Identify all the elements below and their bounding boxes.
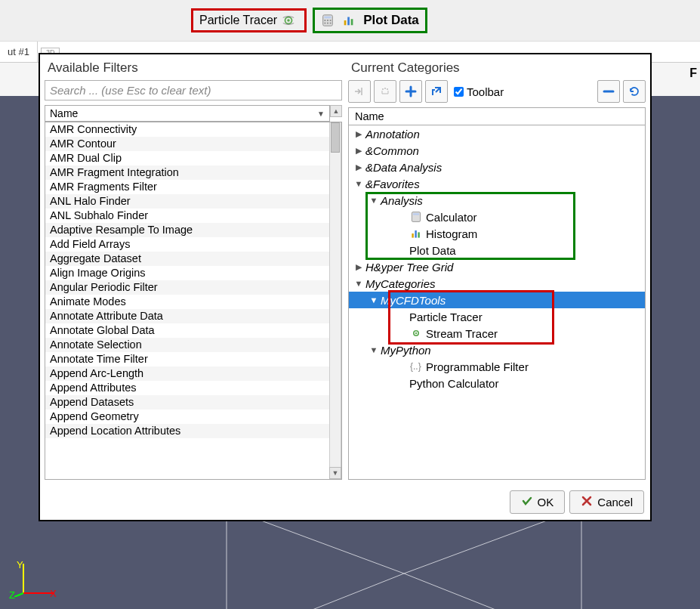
svg-point-21	[382, 88, 384, 90]
calculator-icon	[321, 14, 335, 27]
svg-rect-10	[344, 20, 347, 25]
histogram-icon	[409, 227, 423, 240]
filter-row[interactable]: AMR Fragment Integration	[45, 165, 329, 180]
tree-item-python-calculator[interactable]: Python Calculator	[349, 375, 645, 391]
move-right-button[interactable]	[348, 80, 371, 103]
cancel-x-icon	[581, 495, 593, 509]
collapse-arrow-icon[interactable]: ▼	[353, 179, 364, 188]
filter-row[interactable]: Annotate Global Data	[45, 323, 329, 338]
tree-item-my-categories[interactable]: ▼MyCategories	[349, 275, 645, 292]
export-button[interactable]	[425, 80, 448, 103]
scrollbar[interactable]: ▼	[329, 122, 341, 479]
tree-item-calculator[interactable]: Calculator	[349, 209, 645, 225]
remove-button[interactable]	[597, 80, 620, 103]
tree-item-stream-tracer[interactable]: Stream Tracer	[349, 325, 645, 342]
axis-y-label: Y	[17, 559, 23, 570]
filter-row[interactable]: AMR Connectivity	[45, 122, 329, 137]
svg-rect-9	[330, 23, 331, 24]
axis-x-label: X	[50, 588, 57, 599]
filter-row[interactable]: Adaptive Resample To Image	[45, 223, 329, 237]
application-toolbar: Particle Tracer Plot Data	[0, 0, 700, 42]
filter-row[interactable]: ANL Halo Finder	[45, 194, 329, 209]
tree-item-favorites[interactable]: ▼&Favorites	[349, 175, 645, 192]
svg-point-30	[415, 332, 417, 334]
toolbar-group-plot-data[interactable]: Plot Data	[313, 8, 427, 33]
refresh-button[interactable]	[623, 80, 646, 103]
svg-point-22	[384, 88, 386, 89]
available-filters-panel: Available Filters Name ▼ ▲ AMR Connectiv…	[45, 59, 342, 480]
layout-tab[interactable]: ut #1	[0, 42, 38, 62]
search-input[interactable]	[45, 80, 342, 100]
tree-item-my-cfd-tools[interactable]: ▼MyCFDTools	[349, 292, 645, 308]
tree-item-annotation[interactable]: ▶Annotation	[349, 125, 645, 142]
scroll-thumb[interactable]	[331, 122, 340, 153]
cancel-button[interactable]: Cancel	[569, 490, 644, 514]
toolbar-group-particle-tracer[interactable]: Particle Tracer	[191, 8, 307, 32]
svg-rect-13	[227, 508, 581, 609]
filter-row[interactable]: ANL Subhalo Finder	[45, 209, 329, 223]
calculator-icon	[409, 210, 423, 224]
tree-item-hyper-tree-grid[interactable]: ▶H&yper Tree Grid	[349, 258, 645, 275]
current-categories-title: Current Categories	[351, 60, 644, 76]
filter-row[interactable]: AMR Contour	[45, 137, 329, 151]
plot-data-label: Plot Data	[363, 13, 419, 28]
ok-button[interactable]: OK	[510, 490, 566, 514]
svg-rect-28	[418, 232, 419, 237]
svg-rect-12	[351, 19, 353, 25]
categories-tree[interactable]: ▶Annotation ▶&Common ▶&Data Analysis ▼&F…	[349, 125, 645, 391]
expand-arrow-icon[interactable]: ▶	[353, 262, 364, 272]
expand-arrow-icon[interactable]: ▶	[353, 146, 364, 156]
filter-row[interactable]: Aggregate Dataset	[45, 252, 329, 266]
collapse-arrow-icon[interactable]: ▼	[369, 196, 379, 205]
tree-item-plot-data[interactable]: Plot Data	[349, 242, 645, 258]
filters-list[interactable]: AMR ConnectivityAMR ContourAMR Dual Clip…	[45, 122, 329, 479]
svg-line-20	[14, 593, 23, 597]
filter-row[interactable]: AMR Dual Clip	[45, 151, 329, 165]
filter-row[interactable]: AMR Fragments Filter	[45, 180, 329, 194]
filter-row[interactable]: Align Image Origins	[45, 266, 329, 280]
grab-button[interactable]	[374, 80, 396, 103]
filter-row[interactable]: Annotate Time Filter	[45, 352, 329, 366]
tree-item-my-python[interactable]: ▼MyPython	[349, 342, 645, 358]
svg-rect-25	[413, 213, 419, 215]
filter-row[interactable]: Append Datasets	[45, 395, 329, 410]
stream-tracer-icon	[409, 326, 423, 340]
expand-arrow-icon[interactable]: ▶	[353, 129, 364, 139]
collapse-arrow-icon[interactable]: ▼	[369, 295, 379, 304]
collapse-arrow-icon[interactable]: ▼	[369, 345, 379, 354]
tree-item-programmable-filter[interactable]: {..}Programmable Filter	[349, 358, 645, 375]
tree-item-analysis[interactable]: ▼Analysis	[349, 192, 645, 209]
svg-rect-4	[325, 20, 326, 21]
histogram-icon	[342, 14, 356, 27]
svg-line-16	[227, 573, 404, 609]
svg-rect-3	[325, 17, 331, 19]
filter-row[interactable]: Animate Modes	[45, 295, 329, 309]
tree-item-data-analysis[interactable]: ▶&Data Analysis	[349, 159, 645, 175]
tree-item-common[interactable]: ▶&Common	[349, 142, 645, 159]
particle-tracer-label: Particle Tracer	[199, 14, 277, 27]
available-filters-title: Available Filters	[48, 60, 341, 76]
collapse-arrow-icon[interactable]: ▼	[353, 279, 364, 288]
add-button[interactable]	[399, 80, 422, 103]
scroll-down-button[interactable]: ▼	[329, 467, 341, 479]
current-categories-panel: Current Categories Toolbar Name ▶Annotat…	[348, 59, 646, 480]
ok-check-icon	[521, 495, 533, 509]
filter-row[interactable]: Annotate Selection	[45, 338, 329, 352]
filter-row[interactable]: Angular Periodic Filter	[45, 280, 329, 295]
toolbar-checkbox[interactable]: Toolbar	[454, 85, 504, 98]
filter-row[interactable]: Append Arc-Length	[45, 366, 329, 381]
tree-item-histogram[interactable]: Histogram	[349, 225, 645, 242]
svg-line-17	[404, 573, 581, 609]
filter-row[interactable]: Add Field Arrays	[45, 237, 329, 252]
filter-row[interactable]: Annotate Attribute Data	[45, 309, 329, 323]
tree-name-header[interactable]: Name	[349, 108, 645, 125]
filter-row[interactable]: Append Geometry	[45, 410, 329, 424]
tree-item-particle-tracer[interactable]: Particle Tracer	[349, 308, 645, 325]
filters-name-header[interactable]: Name ▼	[45, 105, 330, 122]
filter-row[interactable]: Append Location Attributes	[45, 424, 329, 438]
scroll-up-button[interactable]: ▲	[330, 105, 342, 117]
expand-arrow-icon[interactable]: ▶	[353, 162, 364, 172]
svg-rect-27	[415, 230, 416, 238]
code-braces-icon: {..}	[409, 360, 423, 373]
filter-row[interactable]: Append Attributes	[45, 381, 329, 395]
